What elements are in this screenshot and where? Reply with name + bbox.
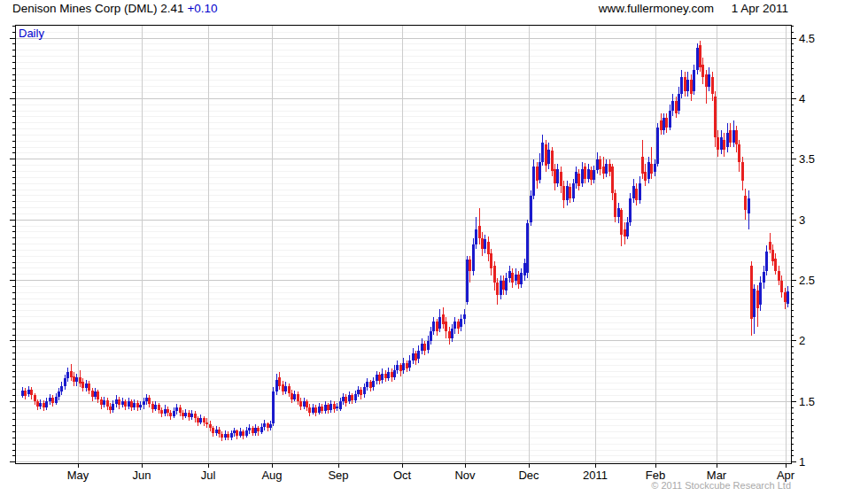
candle-body: [169, 413, 172, 416]
candle-body: [472, 244, 475, 271]
candle: [139, 401, 142, 410]
candle: [79, 370, 81, 387]
candle-body: [167, 409, 169, 413]
candle: [412, 348, 415, 364]
candle: [750, 261, 753, 337]
candle: [678, 87, 680, 115]
candle: [466, 256, 469, 305]
candle-body: [91, 391, 94, 397]
candle-body: [693, 70, 695, 92]
candle-body: [75, 377, 78, 383]
copyright-notice: © 2011 Stockcube Research Ltd: [651, 480, 791, 491]
candle: [732, 120, 735, 147]
candle: [221, 431, 223, 441]
candle-body: [103, 400, 105, 406]
candle: [360, 387, 362, 399]
candle-body: [148, 398, 151, 404]
candle-body: [58, 391, 60, 397]
candle-body: [391, 372, 393, 377]
candle-body: [584, 167, 586, 179]
candle: [748, 190, 750, 229]
candle-body: [293, 394, 296, 399]
candle: [160, 407, 163, 417]
candle: [617, 203, 620, 223]
candle: [714, 91, 717, 147]
candle: [599, 156, 601, 175]
candle-body: [351, 395, 353, 400]
candle-body: [263, 423, 266, 427]
candle: [91, 388, 94, 401]
candle: [66, 368, 69, 382]
candle-body: [423, 344, 426, 351]
candle-body: [608, 164, 611, 171]
candle-body: [417, 351, 420, 360]
candle-body: [448, 331, 451, 338]
candle-body: [484, 239, 486, 249]
candle: [690, 74, 693, 101]
candle: [726, 123, 729, 152]
candle-body: [469, 260, 471, 270]
x-axis-label: Oct: [393, 469, 412, 482]
candle-body: [475, 229, 477, 244]
candle-body: [221, 434, 223, 438]
candle: [314, 405, 317, 415]
candle-body: [308, 407, 311, 413]
candle: [457, 319, 460, 333]
x-axis-label: Dec: [518, 469, 539, 482]
candle: [384, 370, 387, 383]
candle: [484, 235, 486, 254]
candle: [406, 360, 408, 373]
candle: [572, 179, 575, 202]
candle-body: [569, 187, 571, 198]
candle-body: [532, 167, 535, 196]
candle: [121, 398, 124, 407]
candle: [351, 393, 353, 404]
candle-body: [647, 162, 650, 179]
candle-body: [644, 172, 647, 182]
candle-body: [257, 428, 260, 431]
candle-body: [735, 130, 738, 144]
candle: [490, 249, 492, 275]
candle-body: [415, 353, 417, 360]
candle-body: [70, 371, 73, 377]
candle-body: [184, 413, 187, 416]
candle-body: [64, 378, 66, 385]
candle-body: [539, 162, 541, 181]
candle: [526, 220, 529, 278]
candle: [596, 152, 599, 174]
candle: [60, 382, 63, 395]
candle-body: [720, 137, 723, 150]
candle-body: [372, 381, 375, 387]
candle-body: [523, 263, 526, 275]
candle: [288, 384, 291, 397]
candle: [257, 426, 260, 436]
candle-body: [515, 275, 517, 281]
candle-body: [587, 169, 590, 179]
candle: [602, 157, 605, 179]
candle-body: [699, 45, 701, 67]
candle-body: [369, 382, 372, 388]
candle-body: [278, 377, 281, 386]
candle: [158, 403, 160, 414]
candle-body: [577, 174, 580, 186]
candle: [408, 355, 411, 371]
candle-body: [73, 376, 75, 383]
candle-body: [94, 391, 97, 397]
candle: [88, 381, 90, 394]
candle-body: [756, 291, 759, 309]
x-axis-label: Jun: [133, 469, 151, 482]
candle: [366, 378, 368, 391]
candle: [693, 65, 695, 95]
x-axis-label: Aug: [261, 469, 282, 482]
candle-body: [275, 380, 278, 392]
candle-body: [387, 372, 390, 378]
candle-body: [173, 411, 175, 416]
candle-body: [778, 271, 780, 281]
candle-body: [288, 386, 291, 393]
candle-body: [291, 393, 293, 399]
candle: [97, 390, 99, 403]
candle-body: [490, 253, 492, 267]
candle-body: [748, 198, 750, 214]
candle-body: [233, 430, 236, 433]
candle-body: [496, 283, 499, 295]
